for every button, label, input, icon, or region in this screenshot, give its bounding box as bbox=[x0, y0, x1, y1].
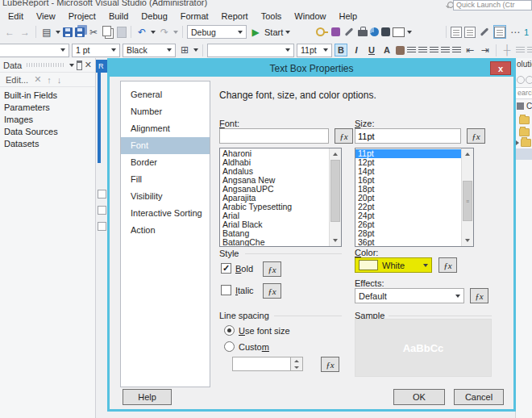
bold-expression-button[interactable]: ƒx bbox=[263, 261, 281, 277]
font-list-item[interactable]: BatangChe bbox=[220, 238, 329, 247]
screen-dropdown-icon[interactable] bbox=[407, 31, 412, 34]
data-tree-item[interactable]: Built-in Fields bbox=[0, 90, 95, 102]
column-tools-icon[interactable] bbox=[527, 47, 532, 54]
data-tree-item[interactable]: Datasets bbox=[0, 138, 95, 150]
bullet-list-icon[interactable] bbox=[452, 47, 461, 54]
dialog-nav-item[interactable]: Alignment bbox=[121, 120, 210, 137]
cancel-button[interactable]: Cancel bbox=[454, 389, 504, 405]
save-icon[interactable] bbox=[63, 27, 73, 37]
menu-item[interactable]: Tools bbox=[255, 10, 289, 22]
color-expression-button[interactable]: ƒx bbox=[438, 257, 457, 273]
font-size-select[interactable]: 11pt bbox=[297, 44, 332, 57]
italic-expression-button[interactable]: ƒx bbox=[263, 283, 281, 299]
dialog-nav-item[interactable]: Interactive Sorting bbox=[121, 205, 210, 222]
border-width-select[interactable]: 1 pt bbox=[72, 44, 120, 57]
window-position-icon[interactable] bbox=[69, 64, 74, 67]
expand-arrow-icon[interactable] bbox=[516, 140, 519, 145]
copy-icon[interactable] bbox=[102, 26, 111, 36]
effects-select[interactable]: Default bbox=[355, 288, 464, 303]
grouping-icon[interactable] bbox=[464, 27, 476, 38]
decrease-indent-icon[interactable]: ⇤ bbox=[463, 44, 476, 57]
chart-icon[interactable] bbox=[370, 27, 379, 36]
scrollbar-thumb[interactable] bbox=[330, 160, 340, 222]
background-color-icon[interactable] bbox=[396, 46, 405, 55]
scroll-up-icon[interactable] bbox=[462, 148, 473, 160]
dialog-nav-item[interactable]: Font bbox=[121, 137, 210, 154]
undo-icon[interactable]: ↶ bbox=[135, 25, 148, 39]
row-tools-icon[interactable] bbox=[516, 47, 525, 54]
folder-icon[interactable] bbox=[519, 128, 530, 136]
folder-icon[interactable] bbox=[519, 116, 530, 124]
font-expression-button[interactable]: ƒx bbox=[335, 128, 353, 144]
selected-tree-row[interactable] bbox=[516, 148, 532, 160]
navigate-forward-icon[interactable]: → bbox=[19, 25, 31, 39]
solx-nav-forward-icon[interactable] bbox=[526, 76, 532, 86]
delete-icon[interactable]: ✕ bbox=[34, 74, 41, 85]
save-all-icon[interactable] bbox=[75, 27, 85, 37]
preview-icon[interactable] bbox=[381, 27, 390, 36]
edit-button[interactable]: Edit... bbox=[6, 75, 28, 85]
border-grid-icon[interactable]: ⊞ bbox=[178, 44, 191, 57]
wrench-icon[interactable] bbox=[345, 27, 354, 36]
move-down-icon[interactable]: ↓ bbox=[57, 75, 62, 85]
table-grid-icon[interactable]: ┼ bbox=[501, 44, 513, 57]
menu-item[interactable]: Project bbox=[62, 10, 102, 22]
dialog-nav-item[interactable]: General bbox=[121, 86, 210, 103]
effects-expression-button[interactable]: ƒx bbox=[470, 288, 488, 303]
dialog-nav-item[interactable]: Number bbox=[121, 103, 210, 120]
start-debug-icon[interactable]: ▶ bbox=[249, 25, 262, 39]
new-item-dropdown-icon[interactable] bbox=[56, 31, 60, 34]
ellipsis-icon[interactable]: ⋯ bbox=[509, 25, 522, 39]
report-document-tab[interactable]: R bbox=[96, 60, 107, 73]
align-right-icon[interactable] bbox=[430, 47, 438, 54]
data-tree-item[interactable]: Parameters bbox=[0, 102, 95, 114]
data-panel-header[interactable]: Data ✕ bbox=[0, 58, 95, 72]
dialog-nav-item[interactable]: Fill bbox=[121, 171, 210, 188]
bold-icon[interactable]: B bbox=[335, 44, 347, 56]
font-input[interactable] bbox=[219, 128, 329, 144]
size-input[interactable] bbox=[355, 128, 461, 144]
menu-item[interactable]: Format bbox=[174, 10, 215, 22]
menu-item[interactable]: View bbox=[30, 10, 62, 22]
paste-icon[interactable] bbox=[117, 27, 127, 38]
solx-nav-back-icon[interactable] bbox=[517, 76, 525, 86]
menu-item[interactable]: Window bbox=[288, 10, 332, 22]
border-color-select[interactable]: Black bbox=[123, 44, 176, 57]
solution-configurations-select[interactable]: Debug bbox=[187, 25, 247, 39]
navigate-back-icon[interactable]: ← bbox=[3, 25, 16, 39]
font-color-icon[interactable]: A bbox=[380, 44, 393, 56]
pin-icon[interactable] bbox=[77, 61, 82, 70]
data-tree-item[interactable]: Data Sources bbox=[0, 126, 95, 138]
italic-icon[interactable]: I bbox=[350, 44, 363, 56]
close-icon[interactable]: ✕ bbox=[85, 60, 92, 70]
undo-dropdown-icon[interactable] bbox=[151, 31, 156, 34]
screen-icon[interactable] bbox=[393, 27, 405, 37]
solution-root-item[interactable] bbox=[517, 102, 526, 111]
numbered-list-icon[interactable] bbox=[441, 47, 450, 54]
underline-icon[interactable]: U bbox=[365, 44, 378, 56]
redo-dropdown-icon[interactable] bbox=[173, 31, 178, 34]
start-button-label[interactable]: Start bbox=[264, 27, 283, 37]
size-expression-button[interactable]: ƒx bbox=[467, 128, 485, 144]
report-data-icon[interactable] bbox=[451, 27, 462, 38]
dialog-nav-item[interactable]: Border bbox=[121, 154, 210, 171]
properties-window-icon[interactable] bbox=[493, 25, 506, 39]
scroll-up-icon[interactable] bbox=[330, 148, 341, 160]
custom-expression-button[interactable]: ƒx bbox=[321, 357, 339, 372]
key-icon[interactable] bbox=[316, 27, 325, 36]
border-grid-dropdown-icon[interactable] bbox=[193, 48, 198, 52]
bold-checkbox[interactable]: ✓ bbox=[221, 263, 231, 274]
spinner-buttons[interactable] bbox=[290, 357, 302, 370]
scroll-down-icon[interactable] bbox=[462, 235, 473, 246]
folder-icon[interactable] bbox=[521, 139, 531, 147]
italic-checkbox[interactable] bbox=[221, 285, 231, 295]
menu-item[interactable]: Build bbox=[102, 10, 135, 22]
data-tree-item[interactable]: Images bbox=[0, 114, 95, 126]
menu-item[interactable]: Edit bbox=[2, 10, 30, 22]
solution-search-input[interactable]: earch bbox=[516, 87, 532, 99]
properties-wrench-icon[interactable] bbox=[480, 27, 489, 36]
align-center-icon[interactable] bbox=[418, 47, 427, 54]
move-up-icon[interactable]: ↑ bbox=[47, 75, 52, 85]
custom-radio[interactable] bbox=[224, 341, 235, 352]
redo-icon[interactable]: ↷ bbox=[158, 25, 171, 39]
